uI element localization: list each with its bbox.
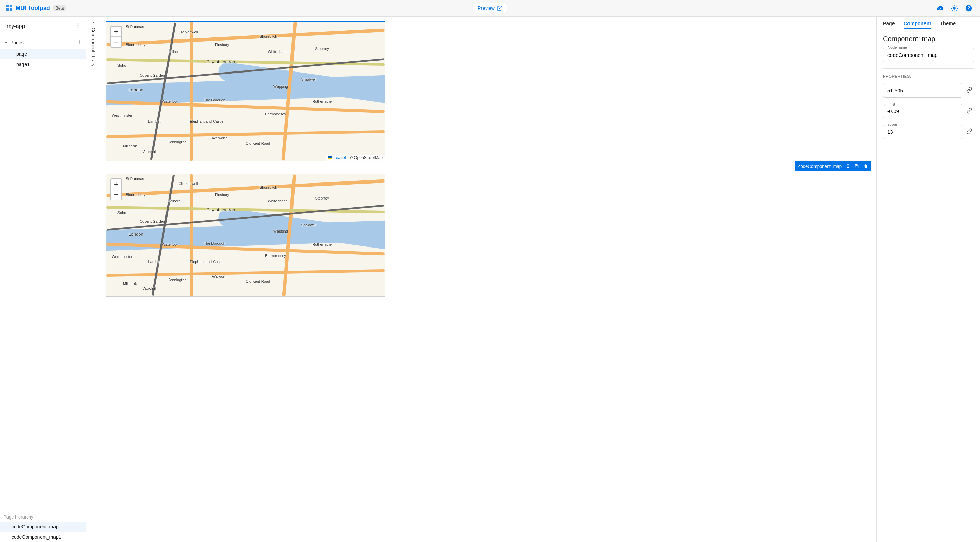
road: [106, 28, 385, 46]
property-long-label: long: [886, 102, 896, 105]
bind-zoom-button[interactable]: [965, 127, 974, 137]
place-label: The Borough: [204, 98, 226, 102]
place-label: Shoreditch: [259, 185, 277, 189]
place-label: Bermondsey: [265, 254, 286, 258]
cloud-sync-button[interactable]: [934, 2, 946, 14]
tree-item-page1[interactable]: page1: [0, 59, 86, 70]
svg-point-5: [78, 27, 79, 28]
place-label: Clerkenwell: [179, 30, 198, 34]
map-component-2[interactable]: St PancrasClerkenwellFinsburyShoreditchB…: [106, 174, 385, 297]
place-label: Whitechapel: [268, 199, 288, 203]
road: [106, 179, 385, 197]
place-label: Millbank: [123, 144, 137, 148]
road: [190, 22, 193, 161]
place-label: Lambeth: [148, 119, 163, 123]
place-label: Clerkenwell: [179, 181, 198, 186]
place-label: Soho: [118, 211, 126, 215]
zoom-in-button[interactable]: +: [111, 27, 121, 37]
bind-lat-button[interactable]: [965, 86, 974, 95]
map-background: St PancrasClerkenwellFinsburyShoreditchB…: [106, 174, 385, 296]
svg-point-6: [847, 164, 848, 165]
preview-button[interactable]: Preview: [473, 3, 508, 13]
place-label: Shoreditch: [259, 34, 277, 38]
place-label: Walworth: [212, 136, 228, 140]
canvas[interactable]: St PancrasClerkenwellFinsburyShoreditchB…: [100, 17, 877, 542]
place-label: Westminster: [112, 255, 132, 259]
place-label: Waterloo: [162, 99, 177, 103]
theme-toggle-button[interactable]: [949, 2, 960, 14]
selection-bar: codeComponent_map: [106, 161, 871, 171]
svg-point-10: [847, 167, 848, 167]
link-icon: [966, 87, 972, 93]
divider: [883, 68, 974, 69]
header-center: Preview: [329, 3, 652, 13]
svg-point-3: [78, 24, 79, 24]
place-label: Shadwell: [301, 223, 317, 227]
tab-theme[interactable]: Theme: [940, 21, 956, 29]
svg-point-4: [78, 25, 79, 26]
map-surface[interactable]: St PancrasClerkenwellFinsburyShoreditchB…: [106, 174, 385, 296]
header-left: MUI Toolpad Beta: [0, 4, 329, 13]
place-label: Finsbury: [215, 43, 229, 47]
preview-label: Preview: [478, 5, 495, 11]
place-label: Elephant and Castle: [190, 260, 223, 264]
hierarchy-item-map1[interactable]: codeComponent_map1: [0, 532, 86, 542]
add-page-button[interactable]: [76, 38, 83, 46]
tab-component[interactable]: Component: [904, 21, 931, 29]
more-vertical-icon: [75, 23, 81, 28]
place-label: St Pancras: [126, 177, 144, 181]
expand-rail-button[interactable]: [92, 20, 95, 25]
node-name-input[interactable]: [883, 48, 974, 62]
selection-toolbar: codeComponent_map: [795, 161, 871, 171]
place-label: Millbank: [123, 281, 137, 286]
place-label: Finsbury: [215, 193, 229, 197]
duplicate-button[interactable]: [854, 164, 859, 169]
app-header: MUI Toolpad Beta Preview: [0, 0, 980, 17]
place-label: Lambeth: [148, 260, 163, 264]
map-surface[interactable]: St PancrasClerkenwellFinsburyShoreditchB…: [106, 22, 385, 161]
property-lat-wrapper: lat: [883, 83, 974, 98]
place-label: London: [128, 232, 143, 237]
pages-header[interactable]: Pages: [0, 36, 86, 49]
help-button[interactable]: [963, 2, 975, 14]
place-label: Kennington: [167, 278, 186, 282]
app-menu-button[interactable]: [74, 21, 82, 31]
osm-attribution: © OpenStreetMap: [350, 155, 383, 160]
component-heading: Component: map: [883, 35, 974, 43]
zoom-in-button[interactable]: +: [111, 179, 121, 189]
tab-page[interactable]: Page: [883, 21, 895, 29]
place-label: Shadwell: [301, 77, 317, 81]
place-label: Kennington: [167, 140, 186, 144]
place-label: Rotherhithe: [312, 242, 332, 246]
pages-title-group: Pages: [3, 40, 24, 45]
tree-item-page[interactable]: page: [0, 49, 86, 59]
road: [190, 174, 193, 296]
place-label: Whitechapel: [268, 50, 288, 54]
zoom-out-button[interactable]: −: [111, 189, 121, 200]
beta-badge: Beta: [53, 5, 67, 11]
property-zoom-input[interactable]: [883, 125, 962, 139]
svg-point-9: [848, 166, 849, 167]
place-label: Elephant and Castle: [190, 119, 223, 123]
property-zoom-label: zoom: [886, 122, 898, 126]
attribution-separator: |: [347, 155, 348, 160]
delete-button[interactable]: [863, 164, 868, 169]
properties-label: PROPERTIES:: [883, 74, 974, 78]
property-lat-input[interactable]: [883, 83, 962, 98]
drag-handle[interactable]: [845, 164, 851, 169]
svg-point-7: [848, 164, 849, 165]
map-component-selected[interactable]: St PancrasClerkenwellFinsburyShoreditchB…: [106, 21, 385, 161]
app-name-row: my-app: [0, 17, 86, 36]
place-label: The Borough: [204, 242, 226, 245]
hierarchy-item-map[interactable]: codeComponent_map: [0, 521, 86, 532]
zoom-out-button[interactable]: −: [111, 37, 121, 47]
selection-label: codeComponent_map: [798, 164, 842, 169]
property-long-input[interactable]: [883, 104, 962, 118]
logo-icon: [5, 4, 13, 13]
bind-long-button[interactable]: [965, 106, 974, 116]
leaflet-link[interactable]: Leaflet: [334, 155, 346, 160]
plus-icon: [76, 39, 82, 45]
zoom-controls: + −: [110, 26, 122, 48]
sun-icon: [951, 5, 958, 12]
header-right: [651, 2, 980, 14]
